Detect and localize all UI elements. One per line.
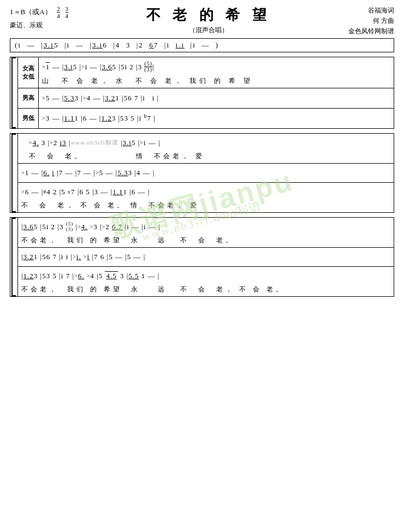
section3-notes3: |1.23 |53 5 |i 7 |>6. >4 |5 4.5 3 |5.5 1… [18,267,394,296]
key-signature: 1＝B（或A） 24 34 [10,5,68,19]
intro-section: (i — |3.i5 |i — |3.i6 |4 3 |2 67 |i i.i … [10,38,394,52]
section2-row2: >1 — |6. i |7 — |7 — |>5 — |5.33 |4 — | [18,164,394,183]
part-bass: 男低 >3 — |1.11 |6 — |1.23 |53 5 |i b7 | [18,109,394,128]
notes-tenor: >5 — |5.33 |>4 — |3.21 |56 7 |i i | [42,89,390,107]
section2-row1: >4. 3 |>2 i3 |www.nb3sfl制谱 |3.i5 |>i — |… [18,134,394,164]
notes-female: >1 — |3.i5 |>i — |3.65 |5i 2 |3 (5)(3)| [42,58,390,76]
song-title: 不 老 的 希 望 [68,5,348,25]
composer-label: 何 方曲 [348,16,394,26]
key-label: 1＝B（或A） [10,8,52,16]
lyricist-label: 谷福海词 [348,5,394,16]
section3: |3.65 |5i 2 |3 (5)(3) |>4. >3 |>2 6.7 |i… [10,217,394,297]
section1: 女高 女低 >1 — |3.i5 |>i — |3.65 |5i 2 |3 (5… [10,57,394,129]
section2-notes2: >1 — |6. i |7 — |7 — |>5 — |5.33 |4 — | [18,164,394,182]
section2-parts: >4. 3 |>2 i3 |www.nb3sfl制谱 |3.i5 |>i — |… [18,134,394,212]
bracket-left [10,57,18,128]
content-bass: >3 — |1.11 |6 — |1.23 |53 5 |i b7 | [39,109,394,128]
header-title: 不 老 的 希 望 （混声合唱） [68,5,348,35]
section3-notes2: |3.21 |56 7 |i i |>i. >i |7 6 |5 — |5 — … [18,248,394,266]
header: 1＝B（或A） 24 34 豪迈、乐观 不 老 的 希 望 （混声合唱） 谷福海… [10,5,394,37]
page: 1＝B（或A） 24 34 豪迈、乐观 不 老 的 希 望 （混声合唱） 谷福海… [0,0,404,532]
section3-row2: |3.21 |56 7 |i i |>i. >i |7 6 |5 — |5 — … [18,248,394,267]
section2-notes1: >4. 3 |>2 i3 |www.nb3sfl制谱 |3.i5 |>i — |… [26,134,394,163]
part-tenor: 男高 >5 — |5.33 |>4 — |3.21 |56 7 |i i | [18,88,394,109]
song-subtitle: （混声合唱） [68,26,348,35]
notation-label: 金色风铃网制谱 [348,26,394,37]
label-bass: 男低 [18,109,39,128]
section2: >4. 3 |>2 i3 |www.nb3sfl制谱 |3.i5 |>i — |… [10,133,394,213]
section3-row3: |1.23 |53 5 |i 7 |>6. >4 |5 4.5 3 |5.5 1… [18,267,394,296]
style-marking: 豪迈、乐观 [10,20,68,30]
header-right: 谷福海词 何 方曲 金色风铃网制谱 [348,5,394,37]
parts-column: 女高 女低 >1 — |3.i5 |>i — |3.65 |5i 2 |3 (5… [18,57,394,128]
notes-bass: >3 — |1.11 |6 — |1.23 |53 5 |i b7 | [42,110,390,127]
section3-row1: |3.65 |5i 2 |3 (5)(3) |>4. >3 |>2 6.7 |i… [18,218,394,248]
label-tenor: 男高 [18,88,39,108]
bracket-left3 [10,218,18,296]
part-female: 女高 女低 >1 — |3.i5 |>i — |3.65 |5i 2 |3 (5… [18,57,394,88]
bracket-left2 [10,134,18,212]
section2-row3: >6 — |#4 2 |5 v7 |6 5 |3 — |1.11 |6 — | … [18,183,394,212]
content-tenor: >5 — |5.33 |>4 — |3.21 |56 7 |i i | [39,88,394,108]
time-signature: 24 [57,5,60,19]
section3-notes1: |3.65 |5i 2 |3 (5)(3) |>4. >3 |>2 6.7 |i… [18,218,394,247]
content-female: >1 — |3.i5 |>i — |3.65 |5i 2 |3 (5)(3)| … [39,57,394,88]
lyrics-female: 山 不 会 老， 水 不 会 老， 我们 的 希 望 [42,76,390,87]
section3-parts: |3.65 |5i 2 |3 (5)(3) |>4. >3 |>2 6.7 |i… [18,218,394,296]
label-female: 女高 女低 [18,57,39,88]
header-left: 1＝B（或A） 24 34 豪迈、乐观 [10,5,68,30]
section2-notes3: >6 — |#4 2 |5 v7 |6 5 |3 — |1.11 |6 — | … [18,183,394,212]
intro-notes: (i — |3.i5 |i — |3.i6 |4 3 |2 67 |i i.i … [15,41,389,50]
section2-row1-inner: >4. 3 |>2 i3 |www.nb3sfl制谱 |3.i5 |>i — |… [18,134,394,163]
